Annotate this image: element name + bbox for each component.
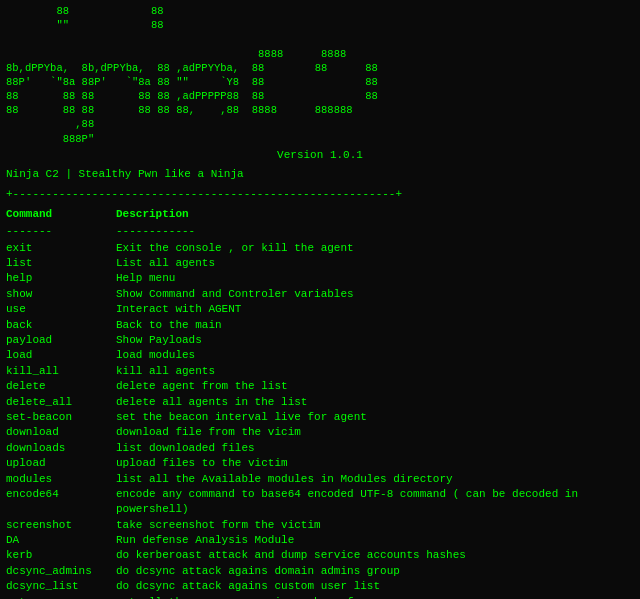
command-description: delete agent from the list	[116, 379, 634, 394]
command-description: Interact with AGENT	[116, 302, 634, 317]
command-name: delete	[6, 379, 116, 394]
command-description: set the beacon interval live for agent	[116, 410, 634, 425]
list-item: get_groupsget all the groups user is mem…	[6, 595, 634, 599]
list-item: payloadShow Payloads	[6, 333, 634, 348]
list-item: set-beaconset the beacon interval live f…	[6, 410, 634, 425]
command-description: upload files to the victim	[116, 456, 634, 471]
command-description: delete all agents in the list	[116, 395, 634, 410]
command-name: get_groups	[6, 595, 116, 599]
list-item: dcsync_listdo dcsync attack agains custo…	[6, 579, 634, 594]
command-name: modules	[6, 472, 116, 487]
top-divider: +---------------------------------------…	[6, 187, 634, 202]
commands-list: exitExit the console , or kill the agent…	[6, 241, 634, 599]
command-name: dcsync_admins	[6, 564, 116, 579]
command-name: delete_all	[6, 395, 116, 410]
list-item: DARun defense Analysis Module	[6, 533, 634, 548]
terminal: 88 88 "" 88 8888 8888 8b,dPPYba, 8b,dPPY…	[0, 0, 640, 599]
list-item: showShow Command and Controler variables	[6, 287, 634, 302]
list-item: encode64encode any command to base64 enc…	[6, 487, 634, 518]
command-description: do dcsync attack agains domain admins gr…	[116, 564, 634, 579]
command-description: get all the groups user is member of	[116, 595, 634, 599]
command-name: kerb	[6, 548, 116, 563]
list-item: dcsync_adminsdo dcsync attack agains dom…	[6, 564, 634, 579]
command-description: do dcsync attack agains custom user list	[116, 579, 634, 594]
command-description: List all agents	[116, 256, 634, 271]
list-item: screenshottake screenshot form the victi…	[6, 518, 634, 533]
command-table: Command Description ------- ------------	[6, 206, 634, 241]
command-name: download	[6, 425, 116, 440]
table-header: Command Description	[6, 206, 634, 223]
command-name: DA	[6, 533, 116, 548]
command-name: load	[6, 348, 116, 363]
ascii-art-logo: 88 88 "" 88 8888 8888 8b,dPPYba, 8b,dPPY…	[6, 4, 634, 146]
command-description: download file from the vicim	[116, 425, 634, 440]
table-separator: ------- ------------	[6, 223, 634, 240]
list-item: exitExit the console , or kill the agent	[6, 241, 634, 256]
list-item: backBack to the main	[6, 318, 634, 333]
command-name: help	[6, 271, 116, 286]
list-item: kerbdo kerberoast attack and dump servic…	[6, 548, 634, 563]
command-description: Run defense Analysis Module	[116, 533, 634, 548]
command-name: show	[6, 287, 116, 302]
description-header: Description	[116, 206, 634, 223]
command-description: Back to the main	[116, 318, 634, 333]
command-description: Exit the console , or kill the agent	[116, 241, 634, 256]
desc-separator: ------------	[116, 223, 634, 240]
command-description: kill all agents	[116, 364, 634, 379]
tagline-text: Ninja C2 | Stealthy Pwn like a Ninja	[6, 167, 634, 182]
command-name: downloads	[6, 441, 116, 456]
list-item: deletedelete agent from the list	[6, 379, 634, 394]
list-item: loadload modules	[6, 348, 634, 363]
command-description: Help menu	[116, 271, 634, 286]
command-description: load modules	[116, 348, 634, 363]
command-name: kill_all	[6, 364, 116, 379]
command-description: Show Payloads	[116, 333, 634, 348]
command-name: screenshot	[6, 518, 116, 533]
cmd-separator: -------	[6, 223, 116, 240]
command-name: back	[6, 318, 116, 333]
command-description: list downloaded files	[116, 441, 634, 456]
command-description: do kerberoast attack and dump service ac…	[116, 548, 634, 563]
command-name: set-beacon	[6, 410, 116, 425]
command-name: dcsync_list	[6, 579, 116, 594]
list-item: downloadslist downloaded files	[6, 441, 634, 456]
version-text: Version 1.0.1	[6, 148, 634, 163]
list-item: moduleslist all the Available modules in…	[6, 472, 634, 487]
list-item: listList all agents	[6, 256, 634, 271]
command-name: use	[6, 302, 116, 317]
command-description: list all the Available modules in Module…	[116, 472, 634, 487]
list-item: delete_alldelete all agents in the list	[6, 395, 634, 410]
command-name: list	[6, 256, 116, 271]
list-item: downloaddownload file from the vicim	[6, 425, 634, 440]
command-description: encode any command to base64 encoded UTF…	[116, 487, 634, 518]
command-name: exit	[6, 241, 116, 256]
list-item: useInteract with AGENT	[6, 302, 634, 317]
command-name: payload	[6, 333, 116, 348]
command-header: Command	[6, 206, 116, 223]
list-item: uploadupload files to the victim	[6, 456, 634, 471]
command-description: Show Command and Controler variables	[116, 287, 634, 302]
command-name: upload	[6, 456, 116, 471]
list-item: kill_allkill all agents	[6, 364, 634, 379]
list-item: helpHelp menu	[6, 271, 634, 286]
command-description: take screenshot form the victim	[116, 518, 634, 533]
command-name: encode64	[6, 487, 116, 502]
